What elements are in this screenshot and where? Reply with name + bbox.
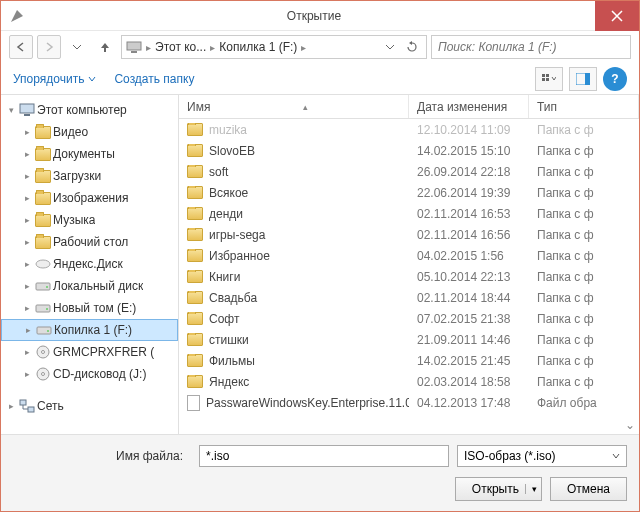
search-input[interactable]: [438, 40, 624, 54]
preview-pane-button[interactable]: [569, 67, 597, 91]
expand-icon[interactable]: ▸: [5, 401, 17, 411]
expand-icon[interactable]: ▸: [21, 237, 33, 247]
expand-icon[interactable]: ▸: [21, 171, 33, 181]
breadcrumb-item[interactable]: Копилка 1 (F:): [219, 40, 297, 54]
file-row[interactable]: Свадьба02.11.2014 18:44Папка с ф: [179, 287, 639, 308]
ydisk-icon: [35, 256, 51, 272]
cancel-button[interactable]: Отмена: [550, 477, 627, 501]
view-options-button[interactable]: [535, 67, 563, 91]
file-name: Всякое: [209, 186, 248, 200]
file-row[interactable]: игры-sega02.11.2014 16:56Папка с ф: [179, 224, 639, 245]
tree-item[interactable]: ▾Этот компьютер: [1, 99, 178, 121]
expand-icon[interactable]: ▸: [21, 193, 33, 203]
svg-rect-15: [37, 327, 51, 334]
column-type[interactable]: Тип: [529, 95, 639, 118]
expand-icon[interactable]: ▾: [5, 105, 17, 115]
tree-item[interactable]: ▸Яндекс.Диск: [1, 253, 178, 275]
tree-item[interactable]: ▸Документы: [1, 143, 178, 165]
file-row[interactable]: Избранное04.02.2015 1:56Папка с ф: [179, 245, 639, 266]
folder-desk-icon: [35, 234, 51, 250]
history-dropdown[interactable]: [380, 37, 400, 57]
tree-item[interactable]: ▸Загрузки: [1, 165, 178, 187]
expand-icon[interactable]: ▸: [21, 149, 33, 159]
svg-rect-7: [585, 73, 590, 85]
drive-icon: [35, 278, 51, 294]
file-row[interactable]: soft26.09.2014 22:18Папка с ф: [179, 161, 639, 182]
help-button[interactable]: ?: [603, 67, 627, 91]
expand-icon[interactable]: ▸: [21, 127, 33, 137]
window-title: Открытие: [33, 9, 595, 23]
search-box[interactable]: [431, 35, 631, 59]
new-folder-button[interactable]: Создать папку: [114, 72, 194, 86]
file-row[interactable]: PasswareWindowsKey.Enterprise.11.0.357..…: [179, 392, 639, 413]
expand-icon[interactable]: ▸: [21, 281, 33, 291]
address-bar[interactable]: ▸ Этот ко... ▸ Копилка 1 (F:) ▸: [121, 35, 427, 59]
expand-icon[interactable]: ▸: [22, 325, 34, 335]
folder-dl-icon: [35, 168, 51, 184]
svg-rect-22: [28, 407, 34, 412]
file-row[interactable]: Яндекс02.03.2014 18:58Папка с ф: [179, 371, 639, 392]
tree-label: CD-дисковод (J:): [53, 367, 146, 381]
close-button[interactable]: [595, 1, 639, 31]
tree-label: GRMCPRXFRER (: [53, 345, 154, 359]
file-name: игры-sega: [209, 228, 265, 242]
tree-item[interactable]: ▸Изображения: [1, 187, 178, 209]
file-type: Папка с ф: [529, 165, 639, 179]
file-type: Папка с ф: [529, 228, 639, 242]
file-row[interactable]: Софт07.02.2015 21:38Папка с ф: [179, 308, 639, 329]
chevron-right-icon: ▸: [146, 42, 151, 53]
open-button[interactable]: Открыть▾: [455, 477, 542, 501]
file-type: Папка с ф: [529, 312, 639, 326]
titlebar: Открытие: [1, 1, 639, 31]
net-icon: [19, 398, 35, 414]
cd-icon: [35, 344, 51, 360]
file-row[interactable]: Всякое22.06.2014 19:39Папка с ф: [179, 182, 639, 203]
tree-item[interactable]: ▸Сеть: [1, 395, 178, 417]
expand-icon[interactable]: ▸: [21, 369, 33, 379]
tree-label: Яндекс.Диск: [53, 257, 123, 271]
folder-icon: [187, 249, 203, 262]
file-row[interactable]: денди02.11.2014 16:53Папка с ф: [179, 203, 639, 224]
scroll-down-icon[interactable]: ⌄: [625, 418, 635, 432]
tree-item[interactable]: ▸Локальный диск: [1, 275, 178, 297]
tree-item[interactable]: ▸Рабочий стол: [1, 231, 178, 253]
column-name[interactable]: Имя▴: [179, 95, 409, 118]
folder-icon: [187, 354, 203, 367]
expand-icon[interactable]: ▸: [21, 303, 33, 313]
file-rows[interactable]: muzika12.10.2014 11:09Папка с фSlovoEB14…: [179, 119, 639, 434]
filename-input[interactable]: [199, 445, 449, 467]
breadcrumb-item[interactable]: Этот ко...: [155, 40, 206, 54]
back-button[interactable]: [9, 35, 33, 59]
file-date: 14.02.2015 21:45: [409, 354, 529, 368]
organize-menu[interactable]: Упорядочить: [13, 72, 96, 86]
recent-dropdown[interactable]: [65, 35, 89, 59]
filetype-filter[interactable]: ISO-образ (*.iso): [457, 445, 627, 467]
navbar: ▸ Этот ко... ▸ Копилка 1 (F:) ▸: [1, 31, 639, 63]
folder-icon: [187, 123, 203, 136]
svg-point-16: [47, 330, 49, 332]
expand-icon[interactable]: ▸: [21, 347, 33, 357]
nav-tree[interactable]: ▾Этот компьютер▸Видео▸Документы▸Загрузки…: [1, 95, 179, 434]
expand-icon[interactable]: ▸: [21, 259, 33, 269]
file-row[interactable]: Фильмы14.02.2015 21:45Папка с ф: [179, 350, 639, 371]
expand-icon[interactable]: ▸: [21, 215, 33, 225]
file-row[interactable]: Книги05.10.2014 22:13Папка с ф: [179, 266, 639, 287]
column-date[interactable]: Дата изменения: [409, 95, 529, 118]
tree-label: Копилка 1 (F:): [54, 323, 132, 337]
tree-label: Документы: [53, 147, 115, 161]
tree-item[interactable]: ▸CD-дисковод (J:): [1, 363, 178, 385]
file-row[interactable]: стишки21.09.2011 14:46Папка с ф: [179, 329, 639, 350]
svg-rect-9: [24, 114, 30, 116]
tree-item[interactable]: ▸Новый том (E:): [1, 297, 178, 319]
file-date: 21.09.2011 14:46: [409, 333, 529, 347]
file-row[interactable]: muzika12.10.2014 11:09Папка с ф: [179, 119, 639, 140]
tree-item[interactable]: ▸GRMCPRXFRER (: [1, 341, 178, 363]
tree-item[interactable]: ▸Копилка 1 (F:): [1, 319, 178, 341]
file-row[interactable]: SlovoEB14.02.2015 15:10Папка с ф: [179, 140, 639, 161]
tree-item[interactable]: ▸Видео: [1, 121, 178, 143]
tree-item[interactable]: ▸Музыка: [1, 209, 178, 231]
refresh-button[interactable]: [402, 37, 422, 57]
up-button[interactable]: [93, 35, 117, 59]
svg-rect-1: [131, 51, 137, 53]
forward-button[interactable]: [37, 35, 61, 59]
